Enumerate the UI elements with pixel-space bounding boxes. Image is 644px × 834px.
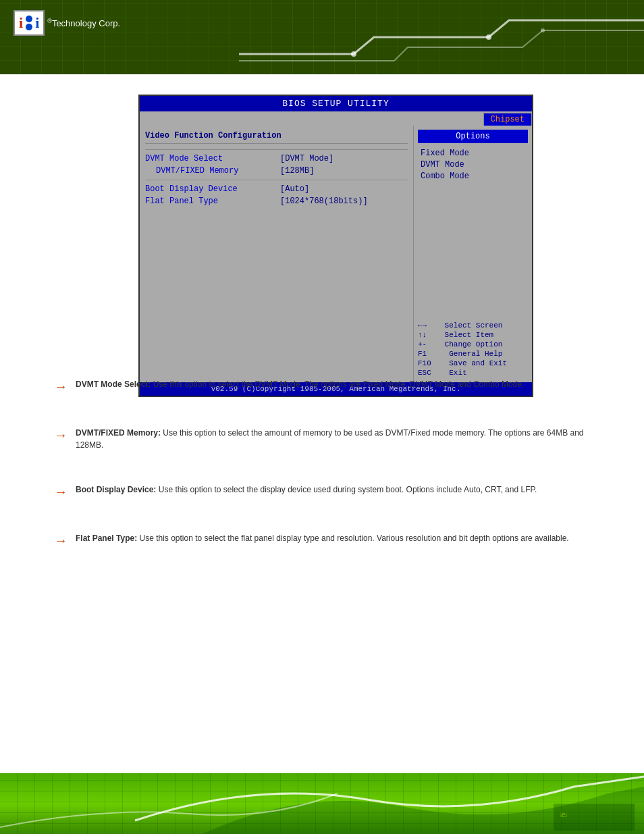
logo-tagline: ®Technology Corp. [47,18,120,28]
svg-point-0 [486,34,491,40]
keyhint-f1: F1 General Help [418,350,528,358]
keyhint-f10: F10 Save and Exit [418,359,528,367]
bios-option-combo-mode[interactable]: Combo Mode [418,172,528,181]
key-f1: F1 [418,350,427,358]
para-4-text: Flat Panel Type: Use this option to sele… [76,532,569,544]
bios-label-boot-display: Boot Display Device [145,184,280,194]
tab-chipset[interactable]: Chipset [483,113,532,126]
logo-letter-i: i [19,14,23,32]
bios-option-dvmt-mode[interactable]: DVMT Mode [418,160,528,170]
para-2-container: → DVMT/FIXED Memory: Use this option to … [54,427,590,451]
bios-section-title: Video Function Configuration [145,131,408,144]
keyhint-select-item: ↑↓ Select Item [418,331,528,339]
keyhint-esc: ESC Exit [418,369,528,377]
logo-dot-top [26,16,32,22]
para-3-text: Boot Display Device: Use this option to … [76,484,537,496]
bios-item-dvmt-memory[interactable]: DVMT/FIXED Memory [128MB] [145,166,408,176]
bios-title: BIOS SETUP UTILITY [282,99,389,109]
para-1-text: DVMT Mode Select: Use this option to sel… [76,378,524,390]
para-1-container: → DVMT Mode Select: Use this option to s… [54,378,590,394]
bios-value-boot-display: [Auto] [280,184,309,194]
key-arrows-ud: ↑↓ [418,331,427,339]
circuit-line-decoration [239,14,644,68]
para-4-container: → Flat Panel Type: Use this option to se… [54,532,590,548]
company-logo: i i ®Technology Corp. [14,10,120,36]
key-esc: ESC [418,369,431,377]
bios-separator-2 [145,180,408,180]
keyhint-select-screen: ←→ Select Screen [418,321,528,330]
bios-item-dvmt-mode[interactable]: DVMT Mode Select [DVMT Mode] [145,154,408,163]
bios-separator-1 [145,149,408,150]
bottom-footer-bg: iEi [0,773,644,834]
arrow-icon-1: → [54,379,68,394]
bios-tab-bar: Chipset [140,111,532,126]
logo-letter-i2: i [35,14,39,32]
bios-value-flat-panel: [1024*768(18bits)] [280,197,368,206]
bios-title-bar: BIOS SETUP UTILITY [140,96,532,111]
bios-label-flat-panel: Flat Panel Type [145,197,280,206]
bios-label-dvmt-mode: DVMT Mode Select [145,154,280,163]
bios-right-spacer [418,183,528,316]
bios-setup-window: BIOS SETUP UTILITY Chipset Video Functio… [138,95,533,397]
bios-item-boot-display[interactable]: Boot Display Device [Auto] [145,184,408,194]
svg-point-2 [541,28,545,32]
bios-value-dvmt-memory: [128MB] [280,166,314,176]
arrow-icon-4: → [54,533,68,548]
bios-value-dvmt-mode: [DVMT Mode] [280,154,333,163]
bios-left-panel: Video Function Configuration DVMT Mode S… [140,126,414,382]
key-arrows-lr: ←→ [418,321,427,330]
bios-right-panel: Options Fixed Mode DVMT Mode Combo Mode … [414,126,532,382]
top-header-bg: i i ®Technology Corp. [0,0,644,74]
svg-text:iEi: iEi [560,812,567,818]
registered-symbol: ® [47,18,52,24]
bios-label-dvmt-memory: DVMT/FIXED Memory [145,166,280,176]
keyhint-change-option: +- Change Option [418,340,528,348]
bottom-curve-svg: iEi [0,773,644,834]
main-content-area: BIOS SETUP UTILITY Chipset Video Functio… [0,74,644,773]
arrow-icon-2: → [54,427,68,443]
bios-item-flat-panel[interactable]: Flat Panel Type [1024*768(18bits)] [145,197,408,206]
para-2-text: DVMT/FIXED Memory: Use this option to se… [76,427,590,451]
arrow-icon-3: → [54,484,68,500]
para-3-container: → Boot Display Device: Use this option t… [54,484,590,500]
bios-body: Video Function Configuration DVMT Mode S… [140,126,532,382]
bios-options-title: Options [418,130,528,143]
logo-dot-bottom [26,24,32,30]
logo-box: i i [14,10,45,36]
body-text-area: → DVMT Mode Select: Use this option to s… [54,378,590,581]
key-plus-minus: +- [418,340,427,348]
bios-keyhints: ←→ Select Screen ↑↓ Select Item +- Chang… [418,321,528,378]
svg-point-1 [351,51,356,57]
bios-option-fixed-mode[interactable]: Fixed Mode [418,149,528,158]
key-f10: F10 [418,359,431,367]
